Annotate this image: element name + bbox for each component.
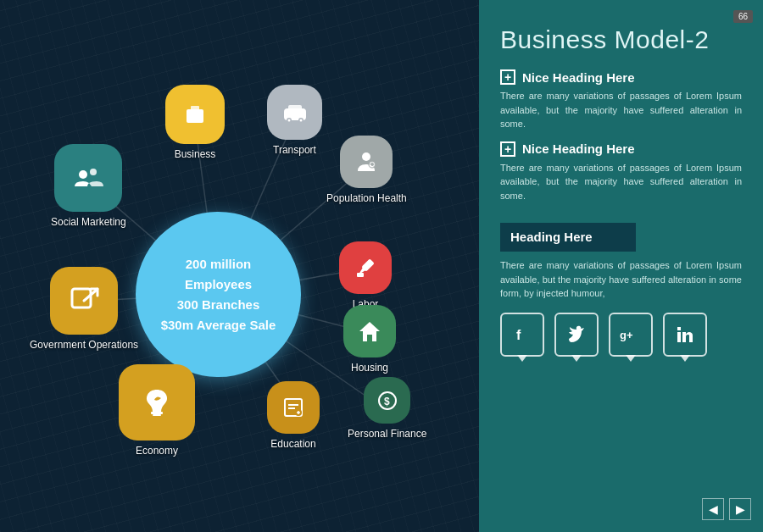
svg-point-21 (362, 152, 370, 161)
svg-rect-30 (357, 273, 364, 277)
node-education: Education (267, 381, 320, 450)
heading-item-1: + Nice Heading Here There are many varia… (500, 69, 742, 131)
right-title: Business Model-2 (500, 25, 742, 54)
pophealth-icon (340, 136, 393, 188)
economy-label: Economy (136, 445, 178, 457)
heading-row-1: + Nice Heading Here (500, 69, 742, 85)
right-panel: 66 Business Model-2 + Nice Heading Here … (479, 0, 763, 532)
googleplus-icon[interactable]: g+ (609, 313, 653, 357)
next-arrow[interactable]: ▶ (729, 498, 751, 520)
svg-rect-11 (191, 106, 199, 110)
main-container: 200 million Employees 300 Branches $30m … (0, 0, 763, 532)
svg-rect-48 (682, 332, 686, 342)
svg-point-20 (90, 169, 97, 175)
govops-icon (50, 267, 118, 335)
node-transport: Transport (267, 85, 322, 156)
body-text-2: There are many variations of passages of… (500, 161, 742, 203)
govops-label: Government Operations (30, 339, 138, 351)
svg-rect-42 (151, 412, 163, 414)
page-number: 66 (733, 10, 753, 23)
facebook-icon[interactable]: f (500, 313, 544, 357)
labor-icon (339, 241, 392, 294)
education-icon (267, 381, 320, 434)
center-bubble: 200 million Employees 300 Branches $30m … (136, 212, 301, 377)
plus-icon-2: + (500, 141, 515, 157)
node-labor: Labor (339, 241, 392, 310)
education-label: Education (270, 438, 315, 450)
svg-point-19 (79, 170, 87, 179)
personalfinance-label: Personal Finance (348, 428, 426, 440)
plus-icon-1: + (500, 69, 515, 85)
node-govops: Government Operations (30, 267, 138, 351)
svg-rect-43 (153, 414, 161, 416)
svg-rect-14 (288, 105, 302, 112)
housing-icon (343, 305, 396, 357)
social-icons: f g+ (500, 313, 742, 357)
node-pophealth: Population Health (326, 136, 407, 204)
node-personalfinance: $ Personal Finance (348, 377, 426, 440)
heading-row-2: + Nice Heading Here (500, 141, 742, 157)
node-business: Business (165, 85, 225, 160)
svg-text:f: f (516, 328, 521, 342)
svg-rect-46 (677, 327, 681, 330)
svg-rect-33 (367, 335, 372, 341)
heading-box-3: Heading Here (500, 223, 636, 252)
svg-text:g+: g+ (620, 329, 633, 341)
node-housing: Housing (343, 305, 396, 374)
heading-text-2: Nice Heading Here (522, 141, 635, 156)
body-text-3: There are many variations of passages of… (500, 258, 742, 301)
svg-point-18 (299, 119, 302, 121)
twitter-icon[interactable] (554, 313, 599, 357)
housing-label: Housing (351, 362, 388, 374)
linkedin-icon[interactable] (663, 313, 707, 357)
left-panel: 200 million Employees 300 Branches $30m … (0, 0, 479, 532)
node-economy: Economy (119, 364, 195, 457)
svg-rect-47 (677, 332, 681, 342)
social-icon (54, 144, 122, 212)
transport-label: Transport (273, 144, 316, 156)
nav-arrows: ◀ ▶ (702, 498, 751, 520)
svg-text:$: $ (384, 396, 390, 407)
svg-marker-31 (359, 322, 380, 331)
heading-box-text-3: Heading Here (510, 230, 593, 244)
transport-icon (267, 85, 322, 140)
bubble-area: 200 million Employees 300 Branches $30m … (17, 42, 466, 500)
economy-icon (119, 364, 195, 441)
heading-item-2: + Nice Heading Here There are many varia… (500, 141, 742, 203)
heading-text-1: Nice Heading Here (522, 70, 635, 85)
prev-arrow[interactable]: ◀ (702, 498, 724, 520)
heading-item-3: Heading Here There are many variations o… (500, 213, 742, 301)
business-label: Business (175, 148, 216, 160)
svg-point-16 (287, 119, 290, 121)
business-icon (165, 85, 225, 144)
pophealth-label: Population Health (326, 192, 407, 204)
node-social: Social Marketing (51, 144, 126, 228)
svg-rect-10 (187, 109, 203, 123)
body-text-1: There are many variations of passages of… (500, 89, 742, 131)
social-label: Social Marketing (51, 216, 126, 228)
personalfinance-icon: $ (364, 377, 410, 424)
